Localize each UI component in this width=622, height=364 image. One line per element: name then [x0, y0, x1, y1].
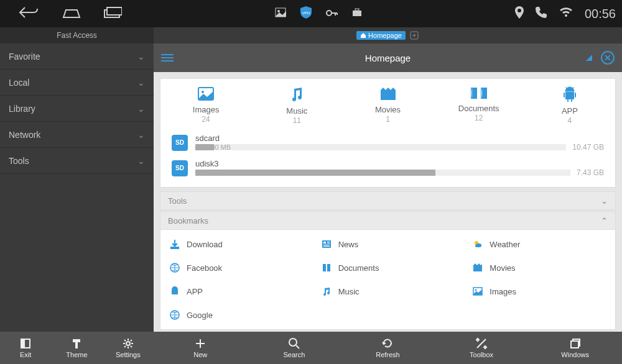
svg-point-3: [277, 10, 280, 12]
briefcase-icon: [352, 8, 362, 19]
bookmark-weather[interactable]: Weather: [463, 232, 615, 256]
images-icon: [160, 86, 251, 104]
globe-icon: [169, 262, 180, 273]
category-music[interactable]: Music 11: [251, 86, 342, 125]
storage-udisk3[interactable]: SD udisk3 4.75 GB 7.43 GB: [172, 155, 604, 181]
svg-rect-29: [21, 339, 25, 348]
svg-rect-13: [575, 93, 576, 98]
bookmark-news[interactable]: News: [312, 232, 464, 256]
refresh-button[interactable]: Refresh: [341, 332, 435, 364]
chevron-down-icon: ⌄: [601, 196, 608, 206]
bookmark-google[interactable]: Google: [160, 303, 312, 327]
documents-icon: [434, 86, 524, 102]
sidebar-item-favorite[interactable]: Favorite⌄: [0, 43, 154, 70]
svg-point-30: [126, 342, 130, 345]
svg-rect-24: [172, 289, 178, 294]
bookmark-music[interactable]: Music: [312, 280, 464, 303]
section-bookmarks[interactable]: Bookmarks⌃: [160, 211, 616, 230]
page-title: Homepage: [154, 53, 622, 63]
bookmark-app[interactable]: APP: [160, 280, 312, 303]
svg-text:VPN: VPN: [302, 11, 310, 15]
svg-rect-6: [353, 11, 361, 16]
category-row: Images 24 Music 11 Movies 1: [160, 79, 615, 130]
svg-rect-21: [327, 243, 330, 243]
category-images[interactable]: Images 24: [160, 86, 251, 125]
svg-rect-1: [107, 7, 122, 15]
chevron-down-icon: ⌄: [137, 104, 145, 114]
android-icon: [524, 86, 615, 105]
svg-rect-11: [565, 92, 574, 99]
theme-button[interactable]: Theme: [51, 332, 102, 364]
vpn-shield-icon: VPN: [300, 6, 312, 22]
svg-rect-15: [571, 99, 572, 102]
sd-icon: SD: [172, 135, 188, 151]
category-movies[interactable]: Movies 1: [342, 86, 433, 125]
svg-rect-12: [564, 93, 565, 98]
svg-rect-32: [571, 341, 578, 348]
bookmarks-panel: Download News Weather Facebook Documents…: [160, 230, 616, 330]
phone-icon: [535, 6, 547, 21]
recent-apps-icon[interactable]: [103, 6, 122, 21]
app-bar: Homepage ✕: [154, 43, 622, 72]
svg-point-26: [475, 289, 477, 291]
android-icon: [169, 286, 180, 297]
bookmark-documents[interactable]: Documents: [312, 256, 464, 280]
svg-point-31: [289, 339, 297, 346]
svg-rect-18: [323, 245, 330, 245]
tab-homepage[interactable]: Homepage: [356, 31, 406, 40]
chevron-down-icon: ⌄: [137, 52, 145, 61]
sd-icon: SD: [172, 160, 188, 176]
key-icon: [326, 8, 338, 19]
news-icon: [321, 239, 332, 250]
location-icon: [515, 6, 524, 21]
section-tools[interactable]: Tools⌄: [160, 191, 616, 210]
bookmark-download[interactable]: Download: [160, 232, 312, 256]
settings-button[interactable]: Settings: [103, 332, 154, 364]
status-bar: VPN 00:56: [0, 0, 622, 27]
new-button[interactable]: New: [154, 332, 248, 364]
bookmark-movies[interactable]: Movies: [463, 256, 615, 280]
music-icon: [321, 286, 332, 297]
chevron-up-icon: ⌃: [601, 216, 608, 225]
back-icon[interactable]: [19, 6, 40, 21]
music-icon: [251, 86, 342, 105]
picture-icon: [275, 7, 286, 20]
documents-icon: [321, 262, 332, 273]
sidebar-item-network[interactable]: Network⌄: [0, 122, 154, 148]
category-documents[interactable]: Documents 12: [434, 86, 524, 125]
content-panel: Homepage Homepage ✕ Images 24: [154, 27, 622, 332]
tab-strip: Homepage: [154, 27, 622, 43]
tab-add-button[interactable]: [409, 30, 419, 40]
storage-sdcard[interactable]: SD sdcard 557.00 MB 10.47 GB: [172, 130, 604, 155]
toolbox-button[interactable]: Toolbox: [435, 332, 529, 364]
category-app[interactable]: APP 4: [524, 86, 615, 125]
download-icon: [169, 239, 180, 250]
expand-corner-icon[interactable]: [586, 55, 592, 61]
sidebar-item-local[interactable]: Local⌄: [0, 70, 154, 96]
sidebar-item-library[interactable]: Library⌄: [0, 96, 154, 122]
svg-rect-14: [567, 99, 569, 102]
windows-button[interactable]: Windows: [528, 332, 622, 364]
chevron-down-icon: ⌄: [137, 130, 145, 140]
svg-rect-19: [323, 246, 330, 247]
bookmark-facebook[interactable]: Facebook: [160, 256, 312, 280]
sidebar: Fast Access Favorite⌄ Local⌄ Library⌄ Ne…: [0, 27, 154, 332]
menu-icon[interactable]: [161, 54, 174, 61]
sidebar-item-tools[interactable]: Tools⌄: [0, 148, 154, 174]
close-icon[interactable]: ✕: [601, 51, 615, 65]
bottom-bar: Exit Theme Settings New Search Refresh T…: [0, 332, 622, 364]
svg-rect-7: [355, 9, 359, 11]
weather-icon: [472, 239, 483, 250]
home-icon[interactable]: [62, 6, 81, 21]
clock: 00:56: [585, 7, 616, 21]
bookmark-images[interactable]: Images: [463, 280, 615, 303]
movies-icon: [342, 86, 433, 104]
svg-rect-16: [322, 240, 331, 248]
svg-point-10: [202, 91, 204, 93]
exit-button[interactable]: Exit: [0, 332, 51, 364]
chevron-down-icon: ⌄: [137, 156, 145, 166]
svg-rect-17: [323, 242, 326, 243]
search-button[interactable]: Search: [248, 332, 341, 364]
chevron-down-icon: ⌄: [137, 78, 145, 88]
images-icon: [472, 286, 483, 297]
